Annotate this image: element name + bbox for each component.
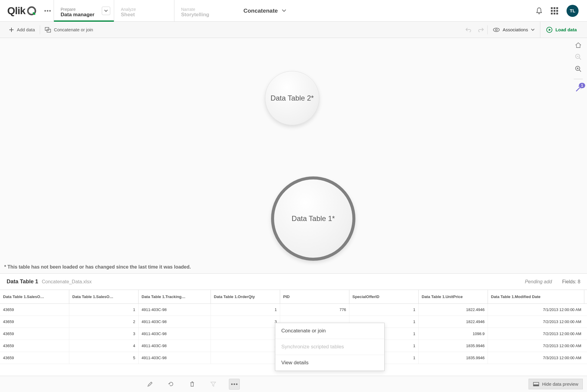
col-header[interactable]: PID (280, 290, 349, 303)
table-cell: 7/2/2013 12:00:00 AM (488, 328, 584, 340)
play-icon (546, 27, 552, 33)
table-cell: 1 (211, 340, 280, 352)
tab-big-label: Data manager (61, 12, 105, 18)
tab-analyze[interactable]: Analyze Sheet (114, 0, 174, 21)
hide-preview-label: Hide data preview (542, 381, 578, 387)
panel-icon (533, 382, 539, 386)
chevron-down-icon (282, 9, 286, 12)
hide-data-preview-button[interactable]: Hide data preview (529, 379, 583, 389)
table-cell: 43659 (0, 352, 69, 364)
preview-table-name: Data Table 1 (7, 278, 38, 285)
table-cell: 1822.4946 (419, 316, 488, 328)
table-cell: 43659 (0, 304, 69, 316)
action-toolbar: Add data Concatenate or join Association… (0, 22, 587, 38)
canvas-side-toolbar: 1 (574, 42, 583, 92)
redo-button[interactable] (475, 27, 487, 33)
col-header[interactable]: SpecialOfferID (349, 290, 419, 303)
fields-count: Fields: 8 (562, 279, 580, 285)
app-action-dropdown[interactable]: Concatenate (234, 0, 536, 21)
magic-wand-icon[interactable]: 1 (575, 86, 582, 92)
qlik-q-icon (27, 6, 36, 15)
add-data-label: Add data (17, 27, 35, 32)
bubble-label: Data Table 1* (292, 214, 335, 223)
col-header[interactable]: Data Table 1.SalesO… (69, 290, 139, 303)
delete-icon[interactable] (187, 379, 198, 390)
col-header[interactable]: Data Table 1.UnitPrice (419, 290, 488, 303)
home-icon[interactable] (575, 42, 582, 48)
tab-big-label: Storytelling (181, 12, 225, 18)
svg-point-0 (45, 10, 46, 11)
table-cell: 1098.9 (419, 328, 488, 340)
col-header[interactable]: Data Table 1.Tracking… (139, 290, 211, 303)
table-cell: 1835.9946 (419, 340, 488, 352)
table-context-menu: Concatenate or join Synchronize scripted… (275, 323, 385, 371)
menu-synchronize-scripted-tables: Synchronize scripted tables (275, 339, 384, 355)
table-cell: 7/1/2013 12:00:00 AM (488, 304, 584, 316)
divider (574, 79, 583, 79)
table-cell: 43659 (0, 316, 69, 328)
chevron-down-icon[interactable] (102, 7, 110, 15)
table-cell: 4911-403C-98 (139, 340, 211, 352)
table-cell: 1 (349, 304, 419, 316)
tab-small-label: Narrate (181, 7, 225, 12)
topbar-right: TL (536, 0, 587, 21)
tab-big-label: Sheet (121, 12, 165, 18)
associations-label: Associations (503, 27, 528, 32)
qlik-logo[interactable]: Qlik (7, 5, 36, 17)
table-cell: 3 (211, 316, 280, 328)
table-cell: 3 (69, 328, 139, 340)
menu-concatenate-or-join[interactable]: Concatenate or join (275, 323, 384, 339)
table-cell: 7/3/2013 12:00:00 AM (488, 352, 584, 364)
table-cell: 4911-403C-98 (139, 328, 211, 340)
preview-header: Data Table 1 Concatenate_Data.xlsx Pendi… (0, 273, 587, 290)
tab-narrate[interactable]: Narrate Storytelling (174, 0, 234, 21)
preview-file-name: Concatenate_Data.xlsx (42, 279, 92, 285)
brand-text: Qlik (7, 5, 25, 17)
col-header[interactable]: Data Table 1.OrderQty (211, 290, 280, 303)
svg-point-2 (49, 10, 51, 11)
more-menu-icon[interactable] (42, 0, 54, 21)
col-header[interactable]: Data Table 1.SalesO… (0, 290, 69, 303)
reload-icon[interactable] (166, 379, 176, 390)
notifications-icon[interactable] (536, 7, 542, 14)
top-navbar: Qlik Prepare Data manager Analyze Sheet … (0, 0, 587, 22)
table-bubble-2[interactable]: Data Table 2* (265, 71, 319, 125)
zoom-out-icon[interactable] (575, 54, 582, 60)
edit-icon[interactable] (145, 379, 155, 390)
brand-area: Qlik (0, 0, 42, 21)
load-data-button[interactable]: Load data (540, 22, 583, 38)
svg-rect-22 (533, 384, 539, 386)
tab-small-label: Prepare (61, 7, 105, 12)
associations-dropdown[interactable]: Associations (488, 22, 540, 38)
user-avatar[interactable]: TL (567, 5, 579, 17)
add-data-button[interactable]: Add data (4, 22, 40, 38)
table-row[interactable]: 4365914911-403C-98177611822.49467/1/2013… (0, 304, 587, 316)
table-bubble-1[interactable]: Data Table 1* (271, 176, 355, 261)
table-cell: 1 (69, 304, 139, 316)
undo-button[interactable] (462, 27, 475, 33)
table-cell: 43659 (0, 328, 69, 340)
svg-line-14 (576, 88, 580, 91)
col-header[interactable]: Data Table 1.Modified Date (488, 290, 584, 303)
more-icon[interactable] (229, 379, 240, 390)
svg-point-20 (236, 383, 237, 385)
table-cell: 7/2/2013 12:00:00 AM (488, 340, 584, 352)
plus-icon (9, 27, 14, 32)
associations-canvas[interactable]: Data Table 2* Data Table 1* * This table… (0, 38, 587, 273)
table-cell: 43659 (0, 340, 69, 352)
tab-prepare[interactable]: Prepare Data manager (54, 0, 114, 21)
concatenate-or-join-button[interactable]: Concatenate or join (40, 22, 98, 38)
apps-grid-icon[interactable] (551, 7, 558, 14)
chevron-down-icon (531, 29, 535, 31)
table-cell: 4911-403C-98 (139, 352, 211, 364)
grid-header-row: Data Table 1.SalesO… Data Table 1.SalesO… (0, 290, 587, 304)
load-data-label: Load data (555, 27, 577, 32)
svg-point-5 (493, 28, 499, 32)
concat-icon (45, 27, 51, 33)
zoom-in-icon[interactable] (575, 66, 582, 72)
svg-point-6 (495, 29, 497, 31)
menu-view-details[interactable]: View details (275, 355, 384, 371)
svg-line-11 (579, 70, 581, 72)
table-cell: 4911-403C-98 (139, 316, 211, 328)
bubble-label: Data Table 2* (270, 94, 314, 102)
